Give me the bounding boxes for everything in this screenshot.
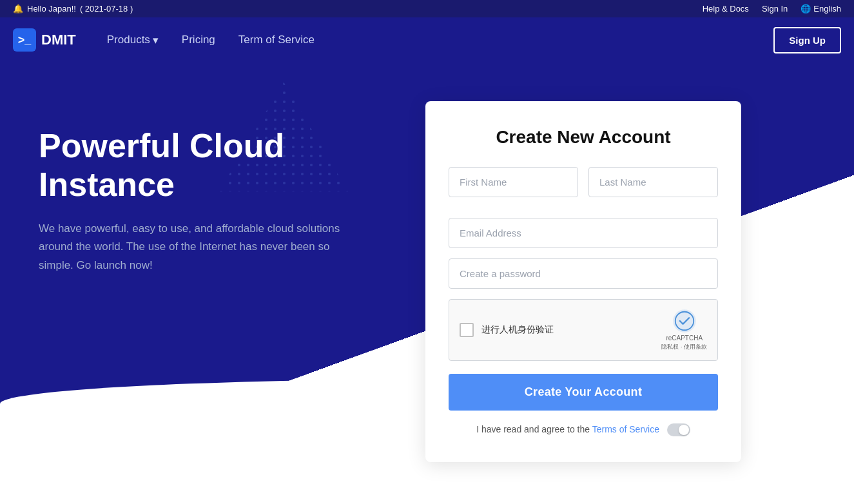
recaptcha-widget[interactable]: 进行人机身份验证 reCAPTCHA 隐私权 · 使用条款 bbox=[449, 299, 718, 361]
hero-subtitle: We have powerful, easy to use, and affor… bbox=[39, 220, 348, 276]
form-title: Create New Account bbox=[449, 127, 718, 148]
password-input[interactable] bbox=[449, 258, 718, 289]
name-row bbox=[449, 167, 718, 208]
hero-content: Powerful Cloud Instance We have powerful… bbox=[0, 63, 854, 488]
recaptcha-links-label: 隐私权 · 使用条款 bbox=[661, 343, 707, 351]
hero-title-line1: Powerful Cloud bbox=[39, 127, 284, 164]
logo-link[interactable]: >_ DMIT bbox=[13, 28, 76, 52]
logo-text: DMIT bbox=[41, 32, 76, 48]
nav-products[interactable]: Products ▾ bbox=[95, 18, 170, 63]
email-input[interactable] bbox=[449, 218, 718, 248]
recaptcha-logo-icon bbox=[672, 309, 697, 333]
recaptcha-brand-label: reCAPTCHA bbox=[666, 334, 703, 342]
announcement-right: Help & Docs Sign In 🌐 English bbox=[703, 4, 841, 14]
help-docs-link[interactable]: Help & Docs bbox=[703, 4, 749, 14]
first-name-input[interactable] bbox=[449, 167, 578, 197]
navbar: >_ DMIT Products ▾ Pricing Term of Servi… bbox=[0, 17, 854, 63]
svg-point-3 bbox=[673, 309, 696, 333]
nav-tos[interactable]: Term of Service bbox=[227, 18, 326, 62]
create-account-button[interactable]: Create Your Account bbox=[449, 374, 718, 411]
first-name-group bbox=[449, 167, 578, 197]
email-group bbox=[449, 218, 718, 248]
hero-title-line2: Instance bbox=[39, 166, 175, 203]
tos-row: I have read and agree to the Terms of Se… bbox=[449, 423, 718, 436]
recaptcha-left: 进行人机身份验证 bbox=[460, 323, 554, 337]
tos-toggle[interactable] bbox=[667, 423, 690, 436]
announcement-date: ( 2021-07-18 ) bbox=[80, 4, 133, 14]
bell-icon: 🔔 bbox=[13, 4, 23, 14]
tos-prefix-text: I have read and agree to the bbox=[476, 424, 590, 434]
language-label: English bbox=[813, 4, 841, 14]
last-name-input[interactable] bbox=[588, 167, 718, 197]
tos-link[interactable]: Terms of Service bbox=[592, 424, 659, 434]
logo-icon: >_ bbox=[13, 28, 36, 52]
announcement-bar: 🔔 Hello Japan!! ( 2021-07-18 ) Help & Do… bbox=[0, 0, 854, 17]
hero-title: Powerful Cloud Instance bbox=[39, 127, 400, 204]
hero-section: Powerful Cloud Instance We have powerful… bbox=[0, 63, 854, 504]
announcement-text: Hello Japan!! bbox=[27, 4, 76, 14]
recaptcha-right: reCAPTCHA 隐私权 · 使用条款 bbox=[661, 309, 707, 351]
password-group bbox=[449, 258, 718, 289]
recaptcha-label: 进行人机身份验证 bbox=[481, 324, 554, 336]
signup-button[interactable]: Sign Up bbox=[773, 27, 841, 53]
sign-in-link[interactable]: Sign In bbox=[762, 4, 788, 14]
nav-pricing[interactable]: Pricing bbox=[170, 18, 227, 62]
nav-links: Products ▾ Pricing Term of Service bbox=[95, 18, 774, 63]
registration-card: Create New Account 进行人机身份验证 bbox=[425, 101, 741, 462]
recaptcha-checkbox[interactable] bbox=[460, 323, 474, 337]
logo-symbol: >_ bbox=[18, 34, 32, 47]
chevron-down-icon: ▾ bbox=[153, 34, 159, 47]
last-name-group bbox=[588, 167, 718, 197]
nav-right: Sign Up bbox=[773, 27, 841, 53]
language-icon: 🌐 bbox=[801, 4, 811, 14]
announcement-left: 🔔 Hello Japan!! ( 2021-07-18 ) bbox=[13, 4, 133, 14]
language-selector[interactable]: 🌐 English bbox=[801, 4, 841, 14]
hero-left: Powerful Cloud Instance We have powerful… bbox=[39, 101, 400, 275]
